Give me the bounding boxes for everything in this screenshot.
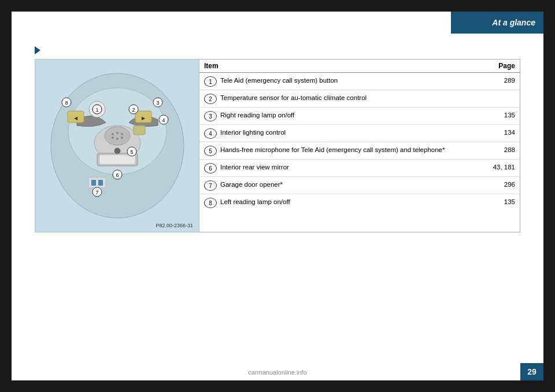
svg-text:3: 3 <box>156 100 159 106</box>
row-page: 135 <box>489 110 515 120</box>
table-row: 5Hands-free microphone for Tele Aid (eme… <box>199 142 520 160</box>
table-row: 6Interior rear view mirror43, 181 <box>199 160 520 177</box>
svg-rect-24 <box>91 180 96 186</box>
header-tab-label: At a glance <box>492 18 535 27</box>
table-header-page: Page <box>486 62 515 70</box>
car-interior-svg: ✚ ▶ ◀ <box>42 68 193 224</box>
svg-point-7 <box>116 132 119 134</box>
table-header: Item Page <box>199 60 520 73</box>
row-number: 6 <box>204 163 217 173</box>
svg-point-6 <box>112 133 114 135</box>
row-page: 288 <box>489 145 515 154</box>
table-row: 3Right reading lamp on/off135 <box>199 108 520 125</box>
main-content: ✚ ▶ ◀ <box>35 59 520 232</box>
row-page: 296 <box>489 180 515 189</box>
table-row: 1Tele Aid (emergency call system) button… <box>199 73 520 90</box>
svg-rect-25 <box>98 180 103 186</box>
image-caption: P82.00-2366-31 <box>156 223 193 228</box>
row-number: 1 <box>204 76 217 87</box>
row-description: Left reading lamp on/off <box>220 197 489 206</box>
svg-text:◀: ◀ <box>74 116 78 121</box>
svg-rect-23 <box>88 177 106 188</box>
svg-point-9 <box>112 136 114 139</box>
svg-text:2: 2 <box>132 107 135 113</box>
row-page: 134 <box>489 128 515 137</box>
row-description: Temperature sensor for au-tomatic climat… <box>220 93 489 102</box>
row-page: 135 <box>489 197 515 206</box>
table-row: 8Left reading lamp on/off135 <box>199 194 520 211</box>
table-row: 7Garage door opener*296 <box>199 177 520 194</box>
watermark-text: carmanualonline.info <box>248 369 307 376</box>
svg-text:4: 4 <box>162 117 165 123</box>
svg-text:1: 1 <box>95 107 98 113</box>
svg-point-11 <box>121 136 123 139</box>
svg-point-5 <box>105 127 130 145</box>
page-number: 29 <box>527 367 536 376</box>
page-number-box: 29 <box>520 363 543 380</box>
row-description: Tele Aid (emergency call system) button <box>220 76 489 85</box>
row-page: 289 <box>489 76 515 85</box>
svg-point-22 <box>114 148 120 154</box>
table-row: 4Interior lighting control134 <box>199 125 520 142</box>
table-header-item: Item <box>204 62 486 70</box>
content-area: ✚ ▶ ◀ <box>35 46 520 232</box>
image-panel: ✚ ▶ ◀ <box>35 59 199 232</box>
row-number: 4 <box>204 128 217 139</box>
row-number: 7 <box>204 180 217 191</box>
row-description: Right reading lamp on/off <box>220 110 489 120</box>
row-number: 8 <box>204 198 217 208</box>
svg-rect-17 <box>134 125 145 135</box>
row-number: 2 <box>204 94 217 104</box>
svg-point-10 <box>116 138 119 140</box>
table-row: 2Temperature sensor for au-tomatic clima… <box>199 90 520 108</box>
row-page: 43, 181 <box>489 162 515 172</box>
watermark: carmanualonline.info <box>248 369 307 376</box>
row-description: Hands-free microphone for Tele Aid (emer… <box>220 145 489 154</box>
svg-text:7: 7 <box>95 190 98 195</box>
row-description: Garage door opener* <box>220 180 489 189</box>
svg-text:6: 6 <box>116 172 119 178</box>
svg-rect-4 <box>99 155 135 164</box>
triangle-marker <box>35 46 40 54</box>
svg-text:5: 5 <box>130 149 133 155</box>
row-number: 5 <box>204 146 217 156</box>
svg-text:8: 8 <box>65 100 68 106</box>
table-rows-container: 1Tele Aid (emergency call system) button… <box>199 73 520 211</box>
header-tab: At a glance <box>451 12 543 34</box>
row-number: 3 <box>204 111 217 121</box>
row-description: Interior lighting control <box>220 128 489 137</box>
row-description: Interior rear view mirror <box>220 162 489 172</box>
table-panel: Item Page 1Tele Aid (emergency call syst… <box>199 59 520 232</box>
svg-point-8 <box>121 133 123 135</box>
svg-text:▶: ▶ <box>142 116 146 121</box>
